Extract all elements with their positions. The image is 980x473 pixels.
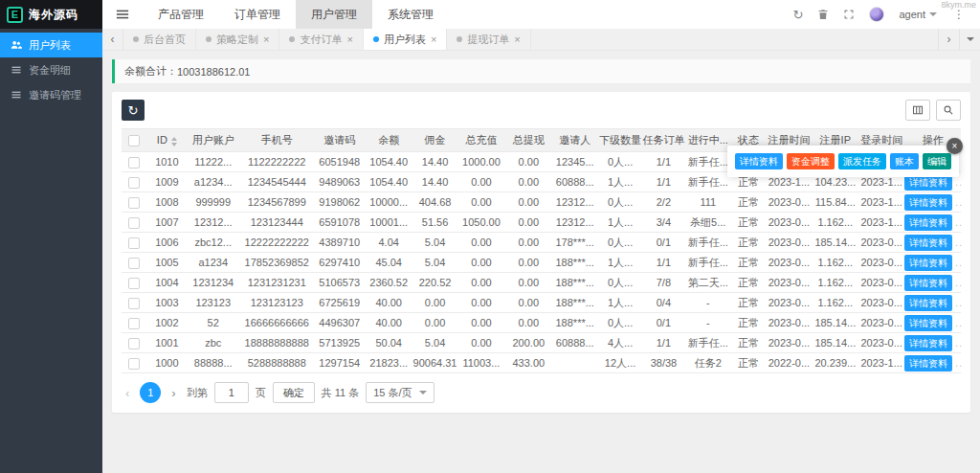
- more-actions-toggle[interactable]: ..: [955, 298, 963, 308]
- refresh-table-button[interactable]: ↻: [122, 100, 145, 121]
- admin-app: E 海外源码 用户列表 资金明细 邀请码管理 产品管理 订单管理 用户管理 系统…: [0, 0, 980, 473]
- tabs-scroll-right-icon[interactable]: ›: [938, 29, 959, 50]
- columns-filter-button[interactable]: [905, 100, 930, 121]
- detail-button[interactable]: 详情资料: [904, 255, 952, 271]
- row-checkbox[interactable]: [128, 177, 140, 189]
- sort-icon[interactable]: [171, 137, 177, 146]
- current-page[interactable]: 1: [140, 382, 161, 403]
- detail-button[interactable]: 详情资料: [904, 235, 952, 251]
- sidebar-item-user-list[interactable]: 用户列表: [0, 33, 102, 57]
- more-actions-toggle[interactable]: ..: [955, 177, 963, 188]
- table-cell: 5.04: [412, 233, 457, 253]
- trash-icon[interactable]: [817, 9, 829, 20]
- row-checkbox[interactable]: [128, 197, 140, 209]
- user-menu[interactable]: agent: [899, 9, 937, 20]
- confirm-page-button[interactable]: 确定: [273, 382, 315, 403]
- detail-button[interactable]: 详情资料: [904, 275, 952, 291]
- prev-page-icon[interactable]: ‹: [122, 386, 133, 400]
- detail-button[interactable]: 详情资料: [904, 295, 952, 311]
- refresh-icon[interactable]: ↻: [793, 8, 804, 22]
- row-checkbox[interactable]: [128, 217, 140, 229]
- tab-dot-icon: [133, 36, 139, 42]
- close-actions-icon[interactable]: ×: [947, 138, 963, 154]
- table-cell: 9198062: [315, 192, 365, 213]
- detail-button[interactable]: 详情资料: [904, 355, 952, 372]
- search-table-button[interactable]: [936, 100, 961, 121]
- tab-user-list[interactable]: 用户列表 ×: [364, 29, 447, 50]
- tab-dashboard[interactable]: 后台首页: [123, 29, 196, 50]
- table-cell: 1.162...: [813, 213, 858, 233]
- user-avatar[interactable]: [869, 7, 884, 22]
- nav-item-products[interactable]: 产品管理: [143, 0, 219, 29]
- more-actions-toggle[interactable]: ..: [955, 338, 963, 349]
- list-icon: [11, 64, 22, 76]
- col-balance: 余额: [365, 129, 412, 152]
- brand-name: 海外源码: [29, 7, 78, 23]
- tab-label: 提现订单: [467, 33, 509, 47]
- table-cell: 0.00: [505, 152, 551, 172]
- sidebar-item-funds-detail[interactable]: 资金明细: [0, 57, 102, 82]
- balance-summary: 余额合计： 1003188612.01: [112, 59, 970, 83]
- table-cell: 21823...: [365, 353, 412, 373]
- more-menu-icon[interactable]: ⋮: [951, 8, 967, 21]
- table-cell: 0.00: [505, 192, 551, 213]
- tab-pay-orders[interactable]: 支付订单 ×: [279, 29, 363, 50]
- detail-button[interactable]: 详情资料: [735, 153, 783, 169]
- row-checkbox[interactable]: [128, 237, 140, 249]
- nav-item-orders[interactable]: 订单管理: [219, 0, 296, 29]
- table-row: 1005a123417852369852629741045.045.040.00…: [122, 253, 961, 273]
- row-checkbox[interactable]: [128, 298, 140, 309]
- col-id[interactable]: ID: [146, 129, 187, 152]
- more-actions-toggle[interactable]: ..: [955, 237, 963, 248]
- table-cell: 0.00: [412, 313, 457, 333]
- sidebar-item-invite-codes[interactable]: 邀请码管理: [0, 82, 102, 107]
- ledger-button[interactable]: 账本: [890, 153, 919, 169]
- fullscreen-icon[interactable]: [843, 9, 855, 20]
- table-cell: 2023-0...: [858, 313, 904, 333]
- tab-close-icon[interactable]: ×: [431, 34, 436, 45]
- goto-page-input[interactable]: [214, 382, 249, 403]
- more-actions-toggle[interactable]: ..: [955, 318, 963, 328]
- detail-button[interactable]: 详情资料: [904, 214, 952, 231]
- row-checkbox[interactable]: [128, 157, 140, 169]
- row-checkbox[interactable]: [128, 318, 140, 329]
- table-cell: 123123: [188, 293, 239, 313]
- detail-button[interactable]: 详情资料: [904, 335, 952, 351]
- dispatch-task-button[interactable]: 派发任务: [838, 153, 886, 169]
- tabs-scroll-left-icon[interactable]: ‹: [102, 29, 123, 50]
- more-actions-toggle[interactable]: ..: [955, 197, 963, 208]
- more-actions-toggle[interactable]: ..: [955, 217, 963, 228]
- row-checkbox[interactable]: [128, 278, 140, 289]
- detail-button[interactable]: 详情资料: [904, 194, 952, 211]
- edit-button[interactable]: 编辑: [923, 153, 951, 169]
- table-cell: 0.00: [457, 233, 505, 253]
- tab-withdraw-orders[interactable]: 提现订单 ×: [447, 29, 530, 50]
- per-page-select[interactable]: 15 条/页: [366, 382, 434, 403]
- table-cell: 10001...: [365, 213, 412, 233]
- collapse-sidebar-icon[interactable]: [102, 0, 143, 29]
- table-cell: 6725619: [315, 293, 365, 313]
- table-cell: 1004: [146, 273, 187, 293]
- tab-close-icon[interactable]: ×: [346, 34, 352, 45]
- row-actions-cell: 详情资料..: [904, 293, 961, 313]
- next-page-icon[interactable]: ›: [167, 386, 179, 400]
- tab-strategy[interactable]: 策略定制 ×: [196, 29, 279, 50]
- adjust-funds-button[interactable]: 资金调整: [787, 153, 835, 169]
- row-checkbox[interactable]: [128, 358, 140, 370]
- table-cell: 220.52: [412, 273, 457, 293]
- detail-button[interactable]: 详情资料: [904, 315, 952, 331]
- row-checkbox[interactable]: [128, 338, 140, 349]
- tabs-menu-icon[interactable]: [959, 29, 980, 50]
- sidebar-menu: 用户列表 资金明细 邀请码管理: [0, 33, 102, 107]
- tab-close-icon[interactable]: ×: [514, 34, 520, 45]
- sidebar-item-label: 用户列表: [29, 38, 71, 53]
- more-actions-toggle[interactable]: ..: [955, 358, 963, 369]
- tab-close-icon[interactable]: ×: [263, 34, 269, 45]
- more-actions-toggle[interactable]: ..: [955, 278, 963, 288]
- nav-item-system[interactable]: 系统管理: [372, 0, 449, 29]
- more-actions-toggle[interactable]: ..: [955, 258, 963, 268]
- table-cell: 1人...: [598, 172, 642, 192]
- select-all-checkbox[interactable]: [128, 135, 140, 146]
- row-checkbox[interactable]: [128, 258, 140, 269]
- nav-item-users[interactable]: 用户管理: [296, 0, 372, 29]
